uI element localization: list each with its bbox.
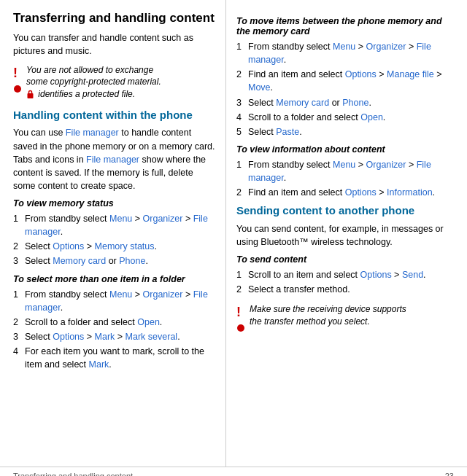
section1-body: You can use File manager to handle conte… bbox=[13, 126, 217, 192]
step: 2Find an item and select Options > Manag… bbox=[236, 68, 457, 94]
bullet-icon2 bbox=[237, 324, 244, 332]
memory-card-link[interactable]: Memory card bbox=[53, 256, 106, 266]
step: 2Find an item and select Options > Infor… bbox=[236, 186, 457, 199]
proc5-steps: 1Scroll to an item and select Options > … bbox=[236, 268, 457, 296]
manage-file-link[interactable]: Manage file bbox=[387, 69, 434, 79]
send-note: ! Make sure the receiving device support… bbox=[236, 303, 457, 332]
note-line3: identifies a protected file. bbox=[38, 89, 135, 99]
note2-text: Make sure the receiving device supports … bbox=[250, 303, 406, 328]
menu-link[interactable]: Menu bbox=[333, 42, 355, 52]
menu-link[interactable]: Menu bbox=[109, 289, 132, 300]
step: 1Scroll to an item and select Options > … bbox=[236, 268, 457, 281]
memory-card-link[interactable]: Memory card bbox=[276, 98, 329, 108]
proc2-steps: 1From standby select Menu > Organizer > … bbox=[13, 288, 217, 372]
mark-several-link[interactable]: Mark several bbox=[126, 332, 178, 342]
step: 5Select Paste. bbox=[236, 125, 457, 138]
phone-link[interactable]: Phone bbox=[119, 256, 145, 266]
right-column: To move items between the phone memory a… bbox=[226, 0, 467, 467]
options-link[interactable]: Options bbox=[53, 241, 84, 251]
step: 2Scroll to a folder and select Open. bbox=[13, 316, 217, 329]
step: 1From standby select Menu > Organizer > … bbox=[13, 288, 217, 314]
page-title: Transferring and handling content bbox=[13, 10, 217, 26]
note-text: You are not allowed to exchange some cop… bbox=[26, 64, 161, 101]
step: 3Select Options > Mark > Mark several. bbox=[13, 330, 217, 343]
move-link[interactable]: Move bbox=[248, 82, 271, 93]
proc1-steps: 1From standby select Menu > Organizer > … bbox=[13, 212, 217, 268]
step: 3Select Memory card or Phone. bbox=[236, 96, 457, 109]
step: 3Select Memory card or Phone. bbox=[13, 254, 217, 268]
information-link[interactable]: Information bbox=[387, 187, 433, 198]
left-column: Transferring and handling content You ca… bbox=[0, 0, 226, 467]
section2-title: Sending content to another phone bbox=[236, 203, 457, 218]
lock-icon bbox=[26, 89, 38, 99]
page-container: Transferring and handling content You ca… bbox=[0, 0, 467, 467]
file-manager-link1[interactable]: File manager bbox=[66, 128, 119, 138]
memory-status-link[interactable]: Memory status bbox=[95, 241, 155, 251]
copyright-note: ! You are not allowed to exchange some c… bbox=[13, 64, 217, 101]
phone-link[interactable]: Phone bbox=[342, 98, 368, 108]
step: 1From standby select Menu > Organizer > … bbox=[236, 40, 457, 66]
footer-left: Transferring and handling content bbox=[13, 472, 133, 476]
proc3-steps: 1From standby select Menu > Organizer > … bbox=[236, 40, 457, 138]
step: 1From standby select Menu > Organizer > … bbox=[13, 212, 217, 238]
section2-body: You can send content, for example, in me… bbox=[236, 222, 457, 249]
organizer-link[interactable]: Organizer bbox=[366, 42, 406, 52]
open-link[interactable]: Open bbox=[360, 112, 383, 122]
exclamation-icon: ! bbox=[13, 66, 22, 79]
menu-link[interactable]: Menu bbox=[109, 214, 132, 224]
organizer-link[interactable]: Organizer bbox=[366, 160, 406, 170]
section1-title: Handling content within the phone bbox=[13, 108, 217, 122]
note-line1: You are not allowed to exchange bbox=[26, 65, 153, 75]
proc2-title: To select more than one item in a folder bbox=[13, 274, 217, 284]
open-link[interactable]: Open bbox=[137, 317, 160, 327]
svg-rect-0 bbox=[28, 93, 34, 98]
organizer-link[interactable]: Organizer bbox=[143, 289, 183, 300]
paste-link[interactable]: Paste bbox=[276, 127, 299, 137]
exclamation-icon2: ! bbox=[236, 305, 245, 319]
proc4-steps: 1From standby select Menu > Organizer > … bbox=[236, 158, 457, 199]
note2-line2: the transfer method you select. bbox=[250, 316, 370, 327]
step: 4Scroll to a folder and select Open. bbox=[236, 111, 457, 124]
options-link[interactable]: Options bbox=[345, 187, 377, 198]
mark-link2[interactable]: Mark bbox=[89, 359, 109, 370]
bullet-icon bbox=[14, 85, 21, 93]
footer-page-number: 23 bbox=[445, 472, 454, 476]
note2-line1: Make sure the receiving device supports bbox=[250, 304, 406, 314]
intro-text: You can transfer and handle content such… bbox=[13, 31, 217, 58]
step: 4For each item you want to mark, scroll … bbox=[13, 345, 217, 371]
step: 1From standby select Menu > Organizer > … bbox=[236, 158, 457, 184]
proc4-title: To view information about content bbox=[236, 144, 457, 155]
options-link[interactable]: Options bbox=[360, 270, 392, 280]
mark-link[interactable]: Mark bbox=[95, 332, 115, 342]
send-link[interactable]: Send bbox=[402, 270, 423, 280]
footer: Transferring and handling content 23 bbox=[0, 467, 467, 476]
organizer-link[interactable]: Organizer bbox=[143, 214, 183, 224]
options-link[interactable]: Options bbox=[345, 69, 377, 79]
step: 2Select a transfer method. bbox=[236, 283, 457, 296]
menu-link[interactable]: Menu bbox=[333, 160, 355, 170]
step: 2Select Options > Memory status. bbox=[13, 240, 217, 253]
proc5-title: To send content bbox=[236, 254, 457, 265]
proc1-title: To view memory status bbox=[13, 198, 217, 208]
options-link[interactable]: Options bbox=[53, 332, 84, 342]
proc3-title: To move items between the phone memory a… bbox=[236, 16, 457, 36]
file-manager-link2[interactable]: File manager bbox=[86, 155, 139, 165]
note-line2: some copyright-protected material. bbox=[26, 77, 161, 87]
